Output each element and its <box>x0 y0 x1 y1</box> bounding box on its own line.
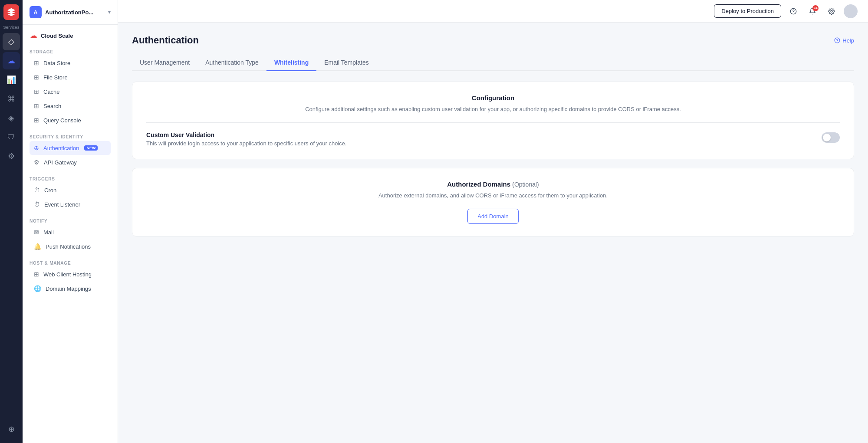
web-hosting-label: Web Client Hosting <box>43 271 92 278</box>
sidebar-item-push-notifications[interactable]: 🔔 Push Notifications <box>30 240 111 253</box>
host-manage-section-label: HOST & MANAGE <box>30 261 111 266</box>
deploy-to-production-button[interactable]: Deploy to Production <box>714 4 781 18</box>
triggers-section: TRIGGERS ⏱ Cron ⏱ Event Listener <box>23 171 118 213</box>
web-hosting-icon: ⊞ <box>34 271 39 278</box>
cloud-brand-icon: ☁ <box>30 31 37 40</box>
help-link[interactable]: Help <box>834 37 854 44</box>
sidebar-item-file-store[interactable]: ⊞ File Store <box>30 70 111 84</box>
app-initial-icon: A <box>30 6 42 18</box>
tab-authentication-type[interactable]: Authentication Type <box>197 55 266 71</box>
sidebar-item-search[interactable]: ⊞ Search <box>30 99 111 113</box>
page-title: Authentication <box>132 35 199 46</box>
search-icon: ⊞ <box>34 102 39 109</box>
event-listener-label: Event Listener <box>44 201 80 208</box>
api-gateway-icon: ⚙ <box>34 159 39 166</box>
notify-section-label: NOTIFY <box>30 219 111 223</box>
card-divider <box>146 122 840 123</box>
rail-api-icon[interactable]: ◇ <box>3 33 20 50</box>
sidebar-item-web-client-hosting[interactable]: ⊞ Web Client Hosting <box>30 267 111 281</box>
app-name: AuthorizationPo... <box>45 9 105 16</box>
sidebar: A AuthorizationPo... ▾ ☁ Cloud Scale STO… <box>23 0 118 443</box>
security-section: SECURITY & IDENTITY ⊕ Authentication NEW… <box>23 129 118 171</box>
rail-gear-icon[interactable]: ⚙ <box>3 148 20 165</box>
authentication-label: Authentication <box>43 145 79 151</box>
configuration-card-title: Configuration <box>146 94 840 102</box>
query-console-icon: ⊞ <box>34 117 39 124</box>
app-logo[interactable] <box>3 4 19 20</box>
authorized-domains-title: Authorized Domains (Optional) <box>146 180 840 188</box>
sidebar-item-mail[interactable]: ✉ Mail <box>30 225 111 239</box>
svg-point-2 <box>831 10 832 12</box>
authorized-domains-title-text: Authorized Domains <box>447 180 510 188</box>
authentication-icon: ⊕ <box>34 144 39 151</box>
file-store-label: File Store <box>43 74 68 81</box>
sidebar-item-api-gateway[interactable]: ⚙ API Gateway <box>30 155 111 169</box>
authorized-domains-optional: (Optional) <box>512 181 539 188</box>
topbar: Deploy to Production 24 <box>118 0 868 23</box>
user-avatar[interactable] <box>844 4 858 18</box>
rail-security-icon[interactable]: 🛡 <box>3 128 20 146</box>
help-icon-button[interactable] <box>786 4 800 18</box>
domain-mappings-icon: 🌐 <box>34 285 41 292</box>
sidebar-item-query-console[interactable]: ⊞ Query Console <box>30 113 111 127</box>
cloud-name-label: Cloud Scale <box>41 33 73 39</box>
tab-email-templates[interactable]: Email Templates <box>316 55 376 71</box>
help-label: Help <box>842 37 854 44</box>
rail-bottom-icon[interactable]: ⊕ <box>3 420 20 438</box>
event-listener-icon: ⏱ <box>34 201 40 208</box>
cron-icon: ⏱ <box>34 187 40 194</box>
sidebar-header: A AuthorizationPo... ▾ <box>23 0 118 25</box>
cache-icon: ⊞ <box>34 88 39 95</box>
rail-cloud-icon[interactable]: ☁ <box>3 52 20 69</box>
sidebar-item-domain-mappings[interactable]: 🌐 Domain Mappings <box>30 282 111 295</box>
api-gateway-label: API Gateway <box>44 159 77 166</box>
triggers-section-label: TRIGGERS <box>30 177 111 181</box>
new-badge: NEW <box>84 145 98 151</box>
custom-user-validation-row: Custom User Validation This will provide… <box>146 131 840 147</box>
sidebar-item-cron[interactable]: ⏱ Cron <box>30 183 111 197</box>
cron-label: Cron <box>44 187 56 194</box>
settings-icon-button[interactable] <box>825 4 838 18</box>
query-console-label: Query Console <box>43 117 81 124</box>
services-label: Services <box>3 25 20 30</box>
custom-user-validation-toggle[interactable] <box>822 132 840 143</box>
storage-section: STORAGE ⊞ Data Store ⊞ File Store ⊞ Cach… <box>23 44 118 129</box>
content-area: Authentication Help User Management Auth… <box>118 23 868 443</box>
file-store-icon: ⊞ <box>34 74 39 81</box>
tab-user-management[interactable]: User Management <box>132 55 197 71</box>
icon-rail: Services ◇ ☁ 📊 ⌘ ◈ 🛡 ⚙ ⊕ <box>0 0 23 443</box>
sidebar-item-authentication[interactable]: ⊕ Authentication NEW <box>30 141 111 155</box>
data-store-icon: ⊞ <box>34 59 39 66</box>
authorized-domains-description: Authorize external domains, and allow CO… <box>146 191 840 200</box>
rail-functions-icon[interactable]: ⌘ <box>3 90 20 108</box>
configuration-card-description: Configure additional settings such as en… <box>146 105 840 114</box>
storage-section-label: STORAGE <box>30 49 111 54</box>
sidebar-item-data-store[interactable]: ⊞ Data Store <box>30 56 111 70</box>
configuration-card: Configuration Configure additional setti… <box>132 82 854 159</box>
push-notifications-label: Push Notifications <box>46 243 91 250</box>
host-manage-section: HOST & MANAGE ⊞ Web Client Hosting 🌐 Dom… <box>23 256 118 298</box>
app-chevron-icon[interactable]: ▾ <box>108 9 111 15</box>
notification-count-badge: 24 <box>812 5 819 11</box>
cloud-scale-section: ☁ Cloud Scale <box>23 25 118 44</box>
rail-analytics-icon[interactable]: 📊 <box>3 71 20 89</box>
sidebar-item-cache[interactable]: ⊞ Cache <box>30 85 111 98</box>
custom-user-validation-info: Custom User Validation This will provide… <box>146 131 347 147</box>
sidebar-item-event-listener[interactable]: ⏱ Event Listener <box>30 197 111 211</box>
main-area: Deploy to Production 24 Authentication H… <box>118 0 868 443</box>
rail-integrations-icon[interactable]: ◈ <box>3 109 20 127</box>
tab-whitelisting[interactable]: Whitelisting <box>266 55 316 71</box>
cache-label: Cache <box>43 89 60 95</box>
notify-section: NOTIFY ✉ Mail 🔔 Push Notifications <box>23 213 118 256</box>
notifications-icon-button[interactable]: 24 <box>806 4 819 18</box>
security-section-label: SECURITY & IDENTITY <box>30 135 111 139</box>
tabs-bar: User Management Authentication Type Whit… <box>132 55 854 71</box>
mail-label: Mail <box>43 229 54 236</box>
authorized-domains-card: Authorized Domains (Optional) Authorize … <box>132 168 854 236</box>
domain-mappings-label: Domain Mappings <box>46 285 91 292</box>
mail-icon: ✉ <box>34 229 39 236</box>
add-domain-button[interactable]: Add Domain <box>467 209 519 224</box>
page-header: Authentication Help <box>132 35 854 46</box>
custom-user-validation-label: Custom User Validation <box>146 131 347 138</box>
data-store-label: Data Store <box>43 60 70 66</box>
